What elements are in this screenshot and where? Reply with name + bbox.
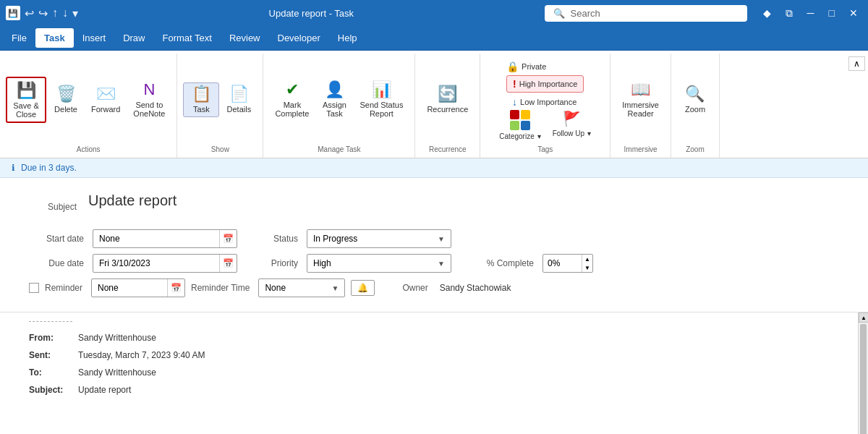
menu-developer[interactable]: Developer: [269, 28, 329, 48]
ribbon-group-recurrence: 🔄 Recurrence Recurrence: [415, 54, 480, 158]
status-arrow-icon: ▼: [438, 235, 445, 243]
send-status-report-button[interactable]: 📊 Send Status Report: [354, 79, 409, 121]
priority-value: High: [313, 258, 331, 268]
ribbon-collapse-button[interactable]: ∧: [848, 56, 865, 71]
reminder-time-select[interactable]: None ▼: [258, 278, 345, 297]
immersive-reader-button[interactable]: 📖 Immersive Reader: [616, 79, 665, 121]
details-button[interactable]: 📄 Details: [221, 83, 257, 116]
zoom-icon: 🔍: [685, 86, 705, 102]
send-to-onenote-button[interactable]: N Send to OneNote: [127, 79, 171, 121]
priority-label: Priority: [243, 258, 301, 268]
search-icon: 🔍: [553, 8, 565, 19]
mark-complete-button[interactable]: ✔ Mark Complete: [269, 79, 315, 121]
up-button[interactable]: ↑: [52, 7, 58, 20]
reminder-checkbox[interactable]: [29, 283, 39, 293]
forward-button[interactable]: ✉️ Forward: [85, 83, 126, 116]
reminder-bell-button[interactable]: 🔔: [351, 280, 375, 296]
title-bar: 💾 ↩ ↪ ↑ ↓ ▾ Update report - Task 🔍 Searc…: [0, 0, 868, 26]
status-select[interactable]: In Progress ▼: [307, 229, 451, 248]
pct-up-button[interactable]: ▲: [582, 255, 592, 263]
maximize-button[interactable]: □: [825, 6, 839, 20]
ribbon-group-zoom: 🔍 Zoom Zoom: [671, 54, 720, 158]
due-date-input[interactable]: Fri 3/10/2023 📅: [93, 254, 237, 273]
reminder-value: None: [92, 280, 167, 296]
email-to-row: To: Sandy Writtenhouse: [29, 364, 851, 381]
sent-label: Sent:: [29, 346, 72, 364]
info-bar: ℹ Due in 3 days.: [0, 158, 868, 178]
close-button[interactable]: ✕: [845, 6, 862, 20]
manage-task-group-label: Manage Task: [318, 142, 360, 155]
ribbon-group-manage-task: ✔ Mark Complete 👤 Assign Task 📊 Send Sta…: [263, 54, 415, 158]
menu-help[interactable]: Help: [329, 28, 366, 48]
save-icon[interactable]: 💾: [6, 6, 20, 20]
private-label: Private: [522, 62, 546, 71]
reminder-calendar-button[interactable]: 📅: [167, 279, 184, 297]
due-date-value: Fri 3/10/2023: [93, 255, 219, 271]
redo-button[interactable]: ↪: [38, 7, 48, 20]
start-date-calendar-button[interactable]: 📅: [219, 230, 237, 247]
minimize-button[interactable]: ─: [803, 6, 819, 20]
save-close-button[interactable]: 💾 Save & Close: [6, 77, 46, 123]
delete-label: Delete: [54, 105, 77, 114]
drop-button[interactable]: ▾: [72, 7, 78, 20]
scroll-up-button[interactable]: ▲: [859, 312, 868, 323]
priority-select[interactable]: High ▼: [307, 254, 451, 273]
immersive-reader-label: Immersive Reader: [622, 101, 659, 118]
reminder-input[interactable]: None 📅: [91, 278, 185, 297]
details-icon: 📄: [229, 86, 249, 102]
menu-bar: File Task Insert Draw Format Text Review…: [0, 26, 868, 51]
private-row: 🔒 Private: [506, 59, 584, 74]
high-importance-label: High Importance: [519, 80, 578, 88]
send-status-label: Send Status Report: [359, 101, 403, 118]
ribbon-actions-buttons: 💾 Save & Close 🗑️ Delete ✉️ Forward N Se…: [6, 56, 171, 142]
menu-file[interactable]: File: [3, 28, 35, 48]
categorize-label: Categorize: [499, 132, 534, 140]
high-importance-icon: !: [513, 78, 516, 90]
categorize-arrow-icon: ▾: [537, 132, 541, 140]
vertical-scrollbar[interactable]: ▲ ▼: [858, 312, 868, 434]
email-subject-value: Update report: [78, 381, 131, 399]
diamond-icon[interactable]: ◆: [759, 6, 775, 20]
menu-format-text[interactable]: Format Text: [153, 28, 220, 48]
ribbon-immersive-buttons: 📖 Immersive Reader: [616, 56, 665, 142]
categorize-icon: [510, 110, 530, 130]
pct-complete-input[interactable]: 0% ▲ ▼: [542, 254, 593, 273]
categorize-button[interactable]: Categorize ▾: [495, 130, 545, 142]
recurrence-button[interactable]: 🔄 Recurrence: [421, 83, 474, 116]
start-date-label: Start date: [29, 234, 87, 244]
follow-up-button[interactable]: Follow Up ▾: [548, 127, 595, 140]
menu-review[interactable]: Review: [221, 28, 269, 48]
pct-complete-label: % Complete: [457, 258, 537, 268]
menu-insert[interactable]: Insert: [74, 28, 115, 48]
from-label: From:: [29, 329, 72, 346]
task-label: Task: [193, 105, 210, 114]
undo-button[interactable]: ↩: [25, 7, 34, 20]
follow-up-label: Follow Up: [553, 129, 584, 137]
task-button[interactable]: 📋 Task: [183, 82, 219, 117]
assign-task-button[interactable]: 👤 Assign Task: [316, 79, 352, 121]
follow-up-icon: 🚩: [563, 110, 581, 127]
due-date-calendar-button[interactable]: 📅: [219, 255, 237, 272]
start-date-input[interactable]: None 📅: [93, 229, 237, 248]
search-box[interactable]: 🔍 Search: [545, 5, 747, 22]
zoom-button[interactable]: 🔍 Zoom: [677, 83, 713, 116]
pct-down-button[interactable]: ▼: [582, 263, 592, 272]
tags-group-label: Tags: [537, 142, 553, 155]
content-wrapper: From: Sandy Writtenhouse Sent: Tuesday, …: [0, 312, 868, 434]
high-importance-button[interactable]: ! High Importance: [506, 75, 584, 93]
bell-icon: 🔔: [357, 283, 368, 293]
menu-draw[interactable]: Draw: [114, 28, 153, 48]
ribbon-zoom-buttons: 🔍 Zoom: [677, 56, 713, 142]
menu-task[interactable]: Task: [35, 28, 74, 48]
low-importance-button[interactable]: ↓ Low Importance: [506, 94, 584, 110]
down-button[interactable]: ↓: [62, 7, 68, 20]
fields-grid: Start date None 📅 Status In Progress ▼ D…: [29, 229, 839, 273]
to-value: Sandy Writtenhouse: [78, 364, 156, 381]
scroll-thumb[interactable]: [860, 324, 867, 434]
reminder-label: Reminder: [45, 283, 85, 293]
to-label: To:: [29, 364, 72, 381]
restore-button[interactable]: ⧉: [781, 6, 797, 21]
owner-value: Sandy Stachowiak: [440, 283, 511, 293]
immersive-group-label: Immersive: [624, 142, 658, 155]
delete-button[interactable]: 🗑️ Delete: [48, 83, 84, 116]
